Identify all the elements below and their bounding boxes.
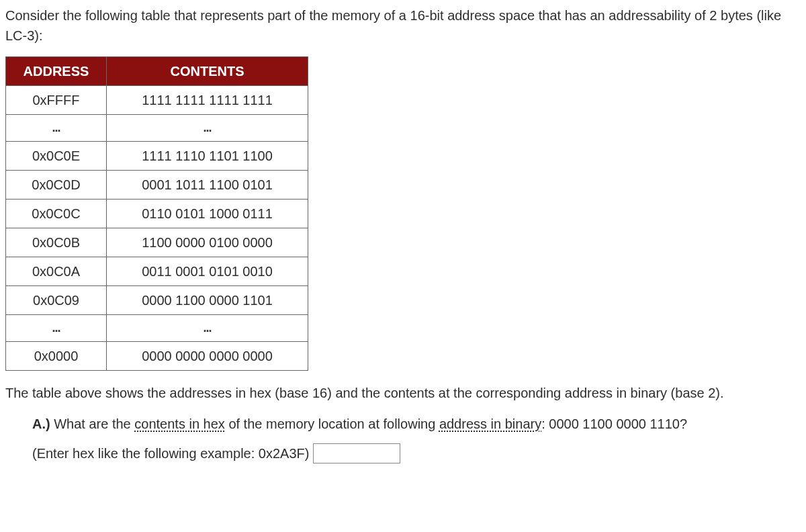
- input-hint: (Enter hex like the following example: 0…: [32, 443, 309, 463]
- table-row: ... ...: [6, 315, 308, 342]
- intro-text: Consider the following table that repres…: [5, 5, 801, 46]
- cell-address: 0x0C0C: [6, 200, 107, 228]
- cell-contents: 0000 0000 0000 0000: [107, 342, 308, 371]
- question-text-mid: of the memory location at following: [225, 416, 439, 431]
- cell-address: 0x0C0E: [6, 142, 107, 171]
- header-address: ADDRESS: [6, 57, 107, 86]
- cell-contents: 1111 1110 1101 1100: [107, 142, 308, 171]
- table-row: 0x0C0B 1100 0000 0100 0000: [6, 228, 308, 257]
- cell-address: 0xFFFF: [6, 86, 107, 115]
- question-underline-2: address in binary: [439, 416, 541, 431]
- table-row: 0x0C09 0000 1100 0000 1101: [6, 286, 308, 315]
- table-row: 0x0C0C 0110 0101 1000 0111: [6, 200, 308, 228]
- cell-contents: 1111 1111 1111 1111: [107, 86, 308, 115]
- cell-contents: 0000 1100 0000 1101: [107, 286, 308, 315]
- question-a: A.) What are the contents in hex of the …: [5, 414, 801, 434]
- cell-address: ...: [6, 315, 107, 342]
- table-header-row: ADDRESS CONTENTS: [6, 57, 308, 86]
- question-text-pre: What are the: [50, 416, 135, 431]
- table-row: ... ...: [6, 115, 308, 142]
- cell-contents: ...: [107, 315, 308, 342]
- cell-address: 0x0C09: [6, 286, 107, 315]
- answer-input[interactable]: [313, 443, 400, 463]
- table-row: 0x0C0D 0001 1011 1100 0101: [6, 171, 308, 200]
- table-row: 0x0C0A 0011 0001 0101 0010: [6, 257, 308, 286]
- table-row: 0x0000 0000 0000 0000 0000: [6, 342, 308, 371]
- cell-contents: 0001 1011 1100 0101: [107, 171, 308, 200]
- cell-contents: 0110 0101 1000 0111: [107, 200, 308, 228]
- answer-row: (Enter hex like the following example: 0…: [5, 443, 801, 463]
- cell-address: 0x0C0B: [6, 228, 107, 257]
- table-row: 0xFFFF 1111 1111 1111 1111: [6, 86, 308, 115]
- question-label: A.): [32, 416, 50, 431]
- question-text-post: : 0000 1100 0000 1110?: [541, 416, 687, 431]
- cell-contents: 0011 0001 0101 0010: [107, 257, 308, 286]
- question-underline-1: contents in hex: [134, 416, 225, 431]
- cell-address: 0x0C0A: [6, 257, 107, 286]
- cell-contents: 1100 0000 0100 0000: [107, 228, 308, 257]
- memory-table: ADDRESS CONTENTS 0xFFFF 1111 1111 1111 1…: [5, 56, 308, 371]
- table-row: 0x0C0E 1111 1110 1101 1100: [6, 142, 308, 171]
- cell-address: 0x0C0D: [6, 171, 107, 200]
- cell-address: ...: [6, 115, 107, 142]
- table-caption: The table above shows the addresses in h…: [5, 383, 801, 403]
- cell-address: 0x0000: [6, 342, 107, 371]
- header-contents: CONTENTS: [107, 57, 308, 86]
- cell-contents: ...: [107, 115, 308, 142]
